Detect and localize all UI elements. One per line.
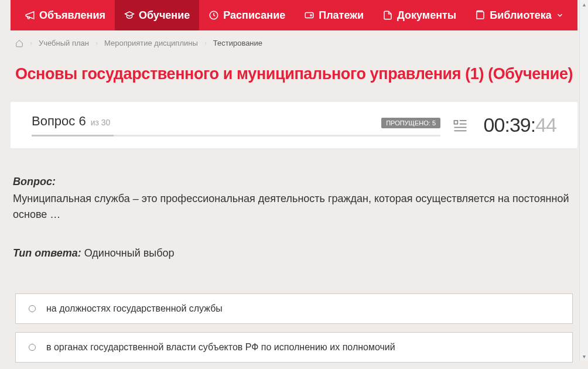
progress-bar [32, 135, 440, 136]
scroll-down-arrow[interactable]: ▾ [580, 352, 588, 361]
main-navbar: Объявления Обучение Расписание Платежи Д… [11, 0, 577, 30]
nav-item-announcements[interactable]: Объявления [15, 0, 115, 30]
nav-item-library[interactable]: Библиотека [466, 0, 573, 30]
breadcrumb-current: Тестирование [213, 39, 262, 47]
chevron-right-icon [94, 40, 100, 46]
answer-option[interactable]: на должностях государственной службы [15, 293, 573, 324]
graduation-icon [124, 10, 135, 20]
question-label: Вопрос: [13, 174, 575, 190]
answers-list: на должностях государственной службы в о… [11, 293, 577, 369]
radio-icon [29, 305, 36, 312]
vertical-scrollbar[interactable]: ▴ ▾ [579, 0, 588, 361]
question-number-label: Вопрос 6 [32, 114, 86, 129]
nav-label: Объявления [39, 9, 105, 22]
nav-item-documents[interactable]: Документы [373, 0, 466, 30]
answer-option[interactable]: в органах государственной власти субъект… [15, 332, 573, 363]
nav-label: Обучение [139, 9, 190, 22]
page-title: Основы государственного и муниципального… [11, 54, 577, 102]
chevron-right-icon [203, 40, 208, 46]
answer-text: на должностях государственной службы [46, 303, 223, 314]
nav-label: Платежи [319, 9, 364, 22]
question-header: Вопрос 6 из 30 ПРОПУЩЕНО: 5 00:39:44 [11, 102, 577, 148]
breadcrumb: Учебный план Мероприятие дисциплины Тест… [11, 30, 577, 54]
question-block: Вопрос: Муниципальная служба – это профе… [11, 174, 577, 223]
clock-icon [208, 10, 219, 20]
wallet-icon [304, 10, 314, 20]
timer: 00:39:44 [480, 114, 556, 136]
svg-point-2 [310, 15, 312, 16]
question-total-label: из 30 [91, 118, 111, 127]
svg-rect-3 [454, 120, 458, 124]
megaphone-icon [25, 10, 35, 20]
nav-label: Документы [397, 9, 456, 22]
skipped-badge: ПРОПУЩЕНО: 5 [381, 118, 440, 128]
nav-item-payments[interactable]: Платежи [295, 0, 373, 30]
question-text: Муниципальная служба – это профессиональ… [13, 191, 575, 223]
chevron-right-icon [28, 40, 34, 46]
chevron-down-icon [556, 11, 564, 19]
nav-label: Расписание [223, 9, 285, 22]
breadcrumb-link[interactable]: Мероприятие дисциплины [104, 39, 198, 47]
nav-label: Библиотека [490, 9, 552, 22]
radio-icon [29, 344, 36, 351]
answer-type-block: Тип ответа: Одиночный выбор [11, 247, 577, 259]
answer-type-value: Одиночный выбор [84, 247, 175, 259]
nav-item-schedule[interactable]: Расписание [199, 0, 295, 30]
home-icon[interactable] [15, 39, 23, 47]
scroll-up-arrow[interactable]: ▴ [580, 0, 588, 9]
document-icon [382, 10, 393, 20]
answer-text: в органах государственной власти субъект… [46, 342, 395, 353]
question-list-icon[interactable] [452, 117, 469, 134]
breadcrumb-link[interactable]: Учебный план [39, 39, 89, 47]
nav-item-education[interactable]: Обучение [115, 0, 199, 30]
answer-type-label: Тип ответа: [13, 247, 81, 259]
book-icon [475, 10, 486, 20]
